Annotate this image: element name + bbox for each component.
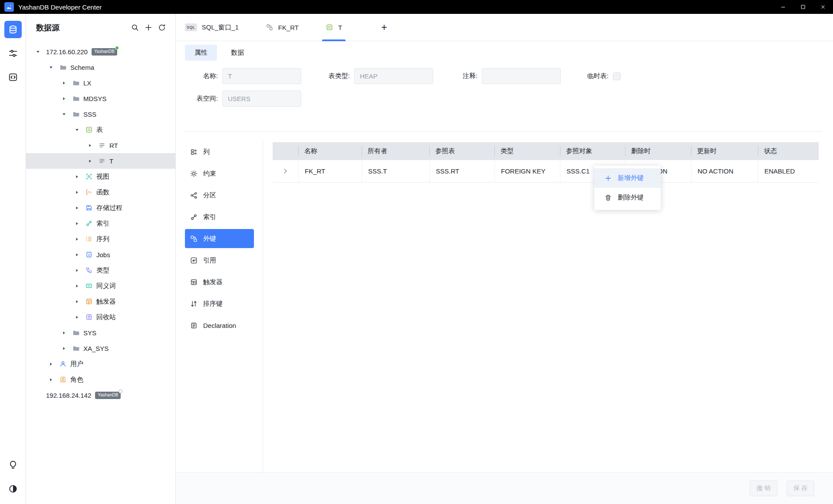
tablespace-field[interactable] xyxy=(222,91,301,107)
save-button[interactable]: 保 存 xyxy=(787,481,814,496)
temp-table-checkbox[interactable] xyxy=(613,72,621,80)
menu-item-删除外键[interactable]: 删除外键 xyxy=(594,188,661,207)
tree-item[interactable]: 角色 xyxy=(26,372,175,387)
section-Declaration[interactable]: Declaration xyxy=(185,316,254,335)
maximize-icon[interactable] xyxy=(793,0,813,14)
add-tab-button[interactable]: + xyxy=(381,22,387,33)
close-icon[interactable] xyxy=(813,0,833,14)
chevron-right-icon[interactable] xyxy=(49,360,59,367)
tree-item[interactable]: MDSYS xyxy=(26,91,175,106)
table-cell[interactable]: NO ACTION xyxy=(691,160,758,183)
index-icon xyxy=(85,219,93,227)
rail-database-button[interactable] xyxy=(4,21,22,38)
chevron-right-icon[interactable] xyxy=(75,298,85,305)
rail-code-button[interactable] xyxy=(4,69,22,86)
search-icon[interactable] xyxy=(131,24,139,32)
table-cell[interactable]: ENABLED xyxy=(758,160,819,183)
editor-tab[interactable]: SQLSQL_窗口_1 xyxy=(185,14,239,41)
table-cell[interactable]: SSS.T xyxy=(362,160,429,183)
row-expander[interactable] xyxy=(273,160,298,183)
chevron-right-icon[interactable] xyxy=(75,173,85,180)
tree-item[interactable]: 同义词 xyxy=(26,278,175,294)
rail-sliders-button[interactable] xyxy=(4,45,22,62)
rail-lightbulb-button[interactable] xyxy=(4,456,22,474)
tree-item[interactable]: 序列 xyxy=(26,231,175,247)
menu-item-新增外键[interactable]: 新增外键 xyxy=(594,168,661,188)
section-索引[interactable]: 索引 xyxy=(185,207,254,226)
chevron-right-icon[interactable] xyxy=(62,95,72,102)
tree-item[interactable]: SYS xyxy=(26,325,175,340)
chevron-right-icon[interactable] xyxy=(49,376,59,383)
editor-tab[interactable]: T xyxy=(326,14,342,41)
refresh-icon[interactable] xyxy=(158,24,166,32)
minimize-icon[interactable] xyxy=(773,0,793,14)
tree-item[interactable]: 表 xyxy=(26,122,175,137)
rail-theme-half-circle-button[interactable] xyxy=(4,480,22,497)
main-area: SQLSQL_窗口_1FK_RTT+ 属性数据 名称:表类型:注释:临时表:表空… xyxy=(176,14,833,504)
tree-item[interactable]: T xyxy=(26,153,175,169)
tree-item[interactable]: Schema xyxy=(26,59,175,75)
section-触发器[interactable]: 触发器 xyxy=(185,272,254,291)
chevron-right-icon[interactable] xyxy=(62,329,72,336)
tree-item[interactable]: 类型 xyxy=(26,262,175,278)
tree-item[interactable]: LX xyxy=(26,75,175,91)
chevron-right-icon[interactable] xyxy=(75,251,85,258)
section-列[interactable]: 列 xyxy=(185,142,254,161)
editor-tab[interactable]: FK_RT xyxy=(266,14,299,41)
chevron-down-icon[interactable] xyxy=(75,126,85,133)
tree-item-label: 192.168.24.142 xyxy=(46,392,91,399)
tree-item[interactable]: 192.168.24.142YashanDB xyxy=(26,387,175,403)
tree-item[interactable]: 用户 xyxy=(26,356,175,372)
chevron-down-icon[interactable] xyxy=(62,111,72,118)
chevron-right-icon[interactable] xyxy=(75,220,85,227)
section-分区[interactable]: 分区 xyxy=(185,186,254,205)
tree-item[interactable]: Fx函数 xyxy=(26,184,175,200)
section-排序键[interactable]: 排序键 xyxy=(185,294,254,313)
tree-item-label: 序列 xyxy=(96,235,109,243)
section-外键[interactable]: 外键 xyxy=(185,229,254,248)
chevron-right-icon[interactable] xyxy=(75,314,85,321)
tree-item-label: 类型 xyxy=(96,266,109,275)
table-group-icon xyxy=(85,126,93,134)
chevron-down-icon[interactable] xyxy=(36,48,46,55)
table-cell[interactable]: FOREIGN KEY xyxy=(494,160,560,183)
folder-icon xyxy=(72,95,80,102)
tree-item[interactable]: 索引 xyxy=(26,216,175,231)
chevron-right-icon[interactable] xyxy=(62,345,72,352)
table-cell[interactable]: FK_RT xyxy=(298,160,362,183)
constraint-icon xyxy=(190,170,198,177)
table-green-icon xyxy=(326,23,333,31)
chevron-down-icon[interactable] xyxy=(49,64,59,71)
table-cell[interactable]: SSS.RT xyxy=(429,160,494,183)
table-type-field[interactable] xyxy=(354,68,433,84)
chevron-right-icon[interactable] xyxy=(75,267,85,274)
tree-item[interactable]: 8Jobs xyxy=(26,247,175,262)
undo-button[interactable]: 撤 销 xyxy=(750,481,777,496)
tree-item[interactable]: 触发器 xyxy=(26,294,175,309)
db-type-badge: YashanDB xyxy=(95,392,121,399)
section-引用[interactable]: 引用 xyxy=(185,251,254,270)
chevron-right-icon[interactable] xyxy=(75,189,85,196)
tree-item[interactable]: 回收站 xyxy=(26,309,175,325)
trigger-icon xyxy=(85,298,93,305)
subtab-属性[interactable]: 属性 xyxy=(185,45,217,61)
tree-item[interactable]: 视图 xyxy=(26,169,175,184)
tree-item[interactable]: RT xyxy=(26,137,175,153)
chevron-right-icon[interactable] xyxy=(75,236,85,242)
tree-item[interactable]: XA_SYS xyxy=(26,340,175,356)
tree-item[interactable]: 172.16.60.220YashanDB xyxy=(26,44,175,59)
section-约束[interactable]: 约束 xyxy=(185,164,254,183)
chevron-right-icon[interactable] xyxy=(88,157,98,164)
chevron-right-icon[interactable] xyxy=(75,204,85,211)
comment-field[interactable] xyxy=(482,68,561,84)
chevron-right-icon[interactable] xyxy=(75,282,85,289)
tree-item[interactable]: 存储过程 xyxy=(26,200,175,216)
function-icon: Fx xyxy=(85,188,93,196)
role-icon xyxy=(59,376,67,383)
chevron-right-icon[interactable] xyxy=(62,79,72,86)
name-field[interactable] xyxy=(222,68,301,84)
chevron-right-icon[interactable] xyxy=(88,142,98,149)
tree-item[interactable]: SSS xyxy=(26,106,175,122)
subtab-数据[interactable]: 数据 xyxy=(221,45,254,61)
plus-icon[interactable] xyxy=(145,24,152,32)
